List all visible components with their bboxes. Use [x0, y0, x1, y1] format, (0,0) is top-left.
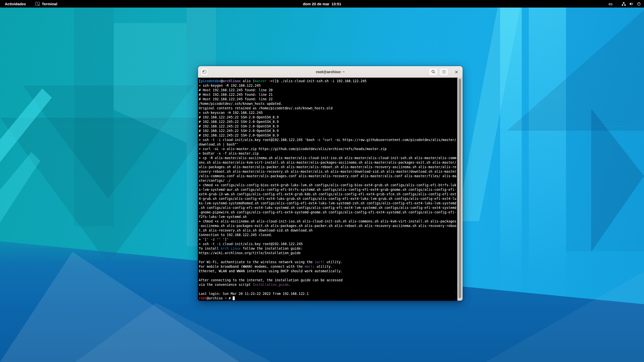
menu-icon	[442, 70, 446, 73]
system-status-area[interactable]: es	[609, 0, 641, 8]
desktop: Actividades Terminal dom 20 de mar 13:51…	[0, 0, 644, 362]
terminal-line	[199, 287, 456, 292]
terminal-line: # 192.168.122.245:22 SSH-2.0-OpenSSH_8.9	[199, 124, 456, 129]
terminal-line: -gnome-pipewire.sh configs/alis-config-e…	[199, 210, 456, 215]
terminal-line: After connecting to the internet, the in…	[199, 278, 456, 283]
terminal-line: + bsdtar -x -f alis-master.zip	[199, 151, 456, 156]
wallpaper-facet	[74, 8, 114, 226]
terminal-line: ext4-grub-i3-wm.sh configs/alis-config-e…	[199, 192, 456, 197]
terminal-line: t.sh alis-recovery.sh alis.sh download-s…	[199, 228, 456, 233]
terminal-line: alis-packages.sh alis-master/alis-packer…	[199, 165, 456, 169]
terminal-line: Connection to 192.168.122.245 closed.	[199, 233, 456, 237]
wallpaper-facet	[566, 8, 644, 251]
terminal-line: # Host 192.168.122.245 found: line 21	[199, 93, 456, 97]
terminal-window: root@archiso: ~ [picodotdev@archlinux al…	[198, 66, 463, 301]
terminal-line	[199, 255, 456, 260]
menu-button[interactable]	[439, 68, 449, 76]
network-icon	[622, 2, 626, 6]
terminal-line: Original contents retained as /home/pico…	[199, 106, 456, 111]
search-icon	[431, 70, 435, 74]
terminal-line: -asciinema.sh alis-packages-exit.sh alis…	[199, 224, 456, 228]
new-tab-icon	[203, 70, 206, 73]
terminal-line: + ssh-keyscan -H 192.168.122.245	[199, 111, 456, 115]
terminal-line: [picodotdev@archlinux alis (master %=)]$…	[199, 79, 456, 83]
terminal-line: + ssh -t -i cloud-init/alis.key root@192…	[199, 138, 456, 142]
terminal-line: Ethernet, WLAN and WWAN interfaces using…	[199, 269, 456, 274]
search-button[interactable]	[429, 68, 438, 76]
terminal-line: # 192.168.122.245:22 SSH-2.0-OpenSSH_8.9	[199, 133, 456, 138]
terminal-line: ons.sh alis-master/alis-kvm-virt-install…	[199, 160, 456, 165]
terminal-line: + chmod +x configs/alis-config-bios-ext4…	[199, 183, 456, 188]
terminal-viewport[interactable]: [picodotdev@archlinux alis (master %=)]$…	[198, 78, 463, 301]
terminal-line: + '[' -z '' ']'	[199, 237, 456, 242]
terminal-line: https://wiki.archlinux.org/title/Install…	[199, 251, 456, 255]
terminal-line: f2fs-luks-lvm-systemd.sh	[199, 215, 456, 219]
terminal-line: # Host 192.168.122.245 found: line 22	[199, 97, 456, 102]
terminal-line: /alis-commons.conf alis-master/alis-pack…	[199, 174, 456, 178]
terminal-output: [picodotdev@archlinux alis (master %=)]$…	[199, 79, 456, 301]
terminal-line: .sh configs/alis-config-efi-ext4-luks-sy…	[199, 206, 456, 210]
terminal-line: + cp -R alis-master/alis-asciinema.sh al…	[199, 156, 456, 160]
terminal-line: # 192.168.122.245:22 SSH-2.0-OpenSSH_8.9	[199, 115, 456, 120]
terminal-line	[199, 274, 456, 278]
power-icon	[637, 2, 641, 6]
terminal-line: ster/configs/ ./	[199, 178, 456, 183]
terminal-line: 4-grub.sh configs/alis-config-efi-ext4-l…	[199, 197, 456, 201]
top-bar: Actividades Terminal dom 20 de mar 13:51…	[0, 0, 644, 8]
terminal-line: via the convenience script Installation_…	[199, 283, 456, 287]
terminal-line: # Host 192.168.122.245 found: line 20	[199, 88, 456, 93]
terminal-line: root@archiso ~ #	[199, 296, 456, 301]
keyboard-layout-indicator[interactable]: es	[609, 2, 613, 6]
terminal-line: + ssh -t -i cloud-init/alis.key root@192…	[199, 242, 456, 246]
terminal-line: + curl -sL -o alis-master.zip https://gi…	[199, 147, 456, 151]
terminal-line: To install Arch Linux follow the install…	[199, 246, 456, 251]
close-button[interactable]	[453, 69, 459, 75]
volume-icon	[629, 2, 633, 6]
terminal-scrollbar[interactable]	[457, 78, 463, 301]
terminal-line: download.sh | bash"'	[199, 142, 456, 147]
terminal-line: + ssh-keygen -R 192.168.122.245	[199, 83, 456, 88]
clock[interactable]: dom 20 de mar 13:51	[0, 0, 644, 8]
terminal-headerbar[interactable]: root@archiso: ~	[198, 66, 463, 78]
terminal-line: /home/picodotdev/.ssh/known_hosts update…	[199, 102, 456, 106]
terminal-line: s-lvm-systemd-aur.sh configs/alis-config…	[199, 188, 456, 192]
new-tab-button[interactable]	[200, 68, 208, 76]
terminal-line: # 192.168.122.245:22 SSH-2.0-OpenSSH_8.9	[199, 120, 456, 124]
window-title: root@archiso: ~	[198, 66, 463, 77]
close-icon	[455, 70, 458, 74]
terminal-line: + chmod +x alis-asciinema.sh alis-cloud-…	[199, 219, 456, 224]
terminal-line: For Wi-Fi, authenticate to the wireless …	[199, 260, 456, 264]
terminal-line: ks-lvm-systemd-systemdhomed.sh configs/a…	[199, 201, 456, 206]
terminal-line: For mobile broadband (WWAN) modems, conn…	[199, 264, 456, 269]
terminal-line: covery-reboot.sh alis-master/alis-recove…	[199, 169, 456, 174]
terminal-line: # 192.168.122.245:22 SSH-2.0-OpenSSH_8.9	[199, 129, 456, 133]
scrollbar-thumb[interactable]	[459, 79, 461, 298]
terminal-line: Last login: Sun Mar 20 11:23:22 2022 fro…	[199, 292, 456, 296]
wallpaper-facet	[529, 8, 566, 319]
